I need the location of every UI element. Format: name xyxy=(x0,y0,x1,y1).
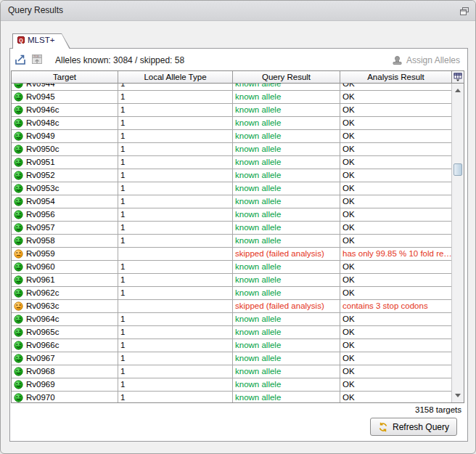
target-cell: Rv0954 xyxy=(12,195,118,208)
target-cell: Rv0949 xyxy=(12,130,118,142)
table-row[interactable]: Rv0961 1 known allele OK xyxy=(12,274,451,287)
target-label: Rv0949 xyxy=(26,131,55,140)
target-label: Rv0954 xyxy=(26,197,55,206)
target-label: Rv0970 xyxy=(26,393,55,402)
analysis-result-cell: OK xyxy=(340,313,451,325)
analysis-result-cell: OK xyxy=(340,392,451,402)
column-header-target[interactable]: Target xyxy=(12,71,118,84)
analysis-result-cell: OK xyxy=(340,235,451,247)
query-result-cell: known allele xyxy=(233,365,340,378)
target-cell: Rv0967 xyxy=(12,352,118,365)
target-label: Rv0968 xyxy=(26,367,55,376)
target-label: Rv0960 xyxy=(26,262,55,271)
table-row[interactable]: Rv0970 1 known allele OK xyxy=(12,392,451,402)
local-allele-type-cell: 1 xyxy=(118,352,233,365)
analysis-result-cell: OK xyxy=(340,91,451,103)
target-cell: Rv0960 xyxy=(12,261,118,273)
status-ok-smiley-icon xyxy=(14,341,23,350)
table-row[interactable]: Rv0969 1 known allele OK xyxy=(12,378,451,392)
local-allele-type-cell: 1 xyxy=(118,392,233,402)
column-picker-button[interactable] xyxy=(451,71,464,84)
table-row[interactable]: Rv0948c 1 known allele OK xyxy=(12,117,451,130)
analysis-result-cell: OK xyxy=(340,143,451,155)
query-result-cell: known allele xyxy=(233,313,340,325)
table-row[interactable]: Rv0945 1 known allele OK xyxy=(12,91,451,104)
target-cell: Rv0946c xyxy=(12,104,118,116)
restore-window-icon[interactable] xyxy=(459,6,469,15)
table-row[interactable]: Rv0968 1 known allele OK xyxy=(12,365,451,378)
status-ok-smiley-icon xyxy=(14,158,23,167)
table-row[interactable]: Rv0967 1 known allele OK xyxy=(12,352,451,365)
target-cell: Rv0956 xyxy=(12,208,118,221)
scroll-up-icon[interactable] xyxy=(452,85,464,96)
tab-label-wrap: Q MLST+ xyxy=(17,36,54,44)
status-ok-smiley-icon xyxy=(14,380,23,389)
table-row[interactable]: Rv0962c 1 known allele OK xyxy=(12,287,451,300)
local-allele-type-cell: 1 xyxy=(118,195,233,208)
table-row[interactable]: Rv0958 1 known allele OK xyxy=(12,235,451,248)
table-row[interactable]: Rv0951 1 known allele OK xyxy=(12,156,451,169)
target-label: Rv0965c xyxy=(26,328,59,336)
table-row[interactable]: Rv0953c 1 known allele OK xyxy=(12,182,451,195)
assign-alleles-button[interactable]: Assign Alleles xyxy=(392,54,460,65)
target-label: Rv0962c xyxy=(26,288,59,297)
column-header-query-result[interactable]: Query Result xyxy=(233,71,340,84)
local-allele-type-cell: 1 xyxy=(118,287,233,299)
analysis-result-cell: OK xyxy=(340,104,451,116)
table-row[interactable]: Rv0965c 1 known allele OK xyxy=(12,326,451,339)
query-result-cell: known allele xyxy=(233,352,340,365)
tab-mlst[interactable]: Q MLST+ xyxy=(12,33,70,49)
analysis-result-cell: OK xyxy=(340,261,451,273)
target-label: Rv0946c xyxy=(26,105,59,114)
svg-text:TCA: TCA xyxy=(33,54,39,58)
table-row[interactable]: Rv0956 1 known allele OK xyxy=(12,208,451,222)
target-cell: Rv0961 xyxy=(12,274,118,286)
analysis-result-cell: OK xyxy=(340,378,451,391)
target-label: Rv0959 xyxy=(26,249,55,258)
table-row[interactable]: Rv0952 1 known allele OK xyxy=(12,169,451,182)
local-allele-type-cell: 1 xyxy=(118,156,233,169)
vertical-scrollbar[interactable] xyxy=(451,84,464,402)
local-allele-type-cell: 1 xyxy=(118,274,233,286)
table-row[interactable]: Rv0959 skipped (failed analysis) has onl… xyxy=(12,248,451,261)
analysis-result-cell: OK xyxy=(340,274,451,286)
query-result-cell: known allele xyxy=(233,222,340,234)
table-row[interactable]: Rv0964c 1 known allele OK xyxy=(12,313,451,326)
target-cell: Rv0944 xyxy=(12,84,118,90)
table-row[interactable]: Rv0966c 1 known allele OK xyxy=(12,339,451,352)
table-header: Target Local Allele Type Query Result An… xyxy=(12,71,451,84)
target-cell: Rv0948c xyxy=(12,117,118,129)
local-allele-type-cell: 1 xyxy=(118,130,233,142)
local-allele-type-cell: 1 xyxy=(118,169,233,182)
show-alignment-icon[interactable]: TCA xyxy=(30,53,44,66)
status-ok-smiley-icon xyxy=(14,236,23,246)
target-label: Rv0948c xyxy=(26,118,59,127)
analysis-result-cell: OK xyxy=(340,156,451,169)
query-result-cell: known allele xyxy=(233,235,340,247)
column-header-analysis-result[interactable]: Analysis Result xyxy=(340,71,451,84)
table-row[interactable]: Rv0960 1 known allele OK xyxy=(12,261,451,274)
query-result-cell: known allele xyxy=(233,182,340,195)
refresh-query-button[interactable]: Refresh Query xyxy=(370,418,457,436)
status-warn-smiley-icon xyxy=(14,249,23,259)
tab-label: MLST+ xyxy=(28,36,54,44)
scroll-down-icon[interactable] xyxy=(452,390,464,401)
table-row[interactable]: Rv0950c 1 known allele OK xyxy=(12,143,451,156)
target-label: Rv0964c xyxy=(26,315,59,323)
export-results-icon[interactable] xyxy=(14,53,27,66)
stamp-icon xyxy=(392,54,403,65)
query-results-panel: Query Results Q MLST+ xyxy=(0,0,476,454)
table-row[interactable]: Rv0957 1 known allele OK xyxy=(12,222,451,235)
query-result-cell: known allele xyxy=(233,339,340,352)
table-row[interactable]: Rv0949 1 known allele OK xyxy=(12,130,451,143)
query-result-cell: known allele xyxy=(233,91,340,103)
column-header-local-allele-type[interactable]: Local Allele Type xyxy=(118,71,233,84)
status-ok-smiley-icon xyxy=(14,184,23,193)
analysis-result-cell: OK xyxy=(340,195,451,208)
table-row[interactable]: Rv0954 1 known allele OK xyxy=(12,195,451,208)
table-row[interactable]: Rv0963c skipped (failed analysis) contai… xyxy=(12,300,451,313)
table-row[interactable]: Rv0944 1 known allele OK xyxy=(12,84,451,91)
target-label: Rv0953c xyxy=(26,184,59,192)
table-row[interactable]: Rv0946c 1 known allele OK xyxy=(12,104,451,117)
scrollbar-thumb[interactable] xyxy=(454,163,462,176)
